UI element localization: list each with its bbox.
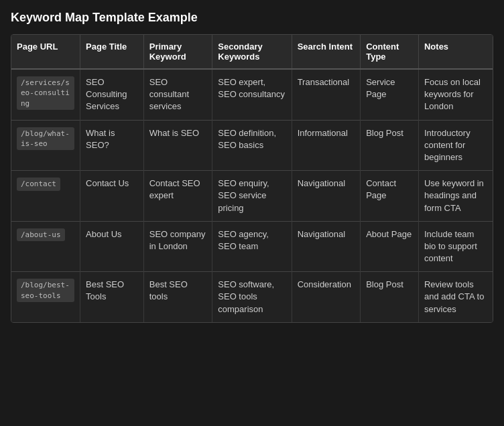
header-content-type: Content Type [361,35,419,69]
cell-page-url: /blog/best-seo-tools [11,272,80,322]
cell-content-type: Blog Post [361,120,419,171]
cell-page-url: /about-us [11,221,80,272]
cell-notes: Review tools and add CTA to services [418,272,493,322]
cell-page-title: SEO Consulting Services [80,69,144,120]
cell-notes: Introductory content for beginners [418,120,493,171]
cell-secondary-keywords: SEO expert, SEO consultancy [212,69,292,120]
table-row: /blog/what-is-seoWhat is SEO?What is SEO… [11,120,493,171]
cell-secondary-keywords: SEO agency, SEO team [212,221,292,272]
table-row: /about-usAbout UsSEO company in LondonSE… [11,221,493,272]
table-row: /services/seo-consultingSEO Consulting S… [11,69,493,120]
cell-page-url: /services/seo-consulting [11,69,80,120]
cell-page-title: Contact Us [80,171,144,222]
cell-page-url: /contact [11,171,80,222]
cell-content-type: Service Page [361,69,419,120]
cell-page-title: What is SEO? [80,120,144,171]
cell-secondary-keywords: SEO software, SEO tools comparison [212,272,292,322]
url-badge: /contact [17,178,60,190]
cell-secondary-keywords: SEO definition, SEO basics [212,120,292,171]
cell-notes: Use keyword in headings and form CTA [418,171,493,222]
cell-page-url: /blog/what-is-seo [11,120,80,171]
cell-primary-keyword: SEO consultant services [143,69,212,120]
url-badge: /blog/what-is-seo [17,127,74,151]
cell-content-type: Blog Post [361,272,419,322]
page-title: Keyword Map Template Example [11,11,493,25]
header-search-intent: Search Intent [292,35,361,69]
header-notes: Notes [418,35,493,69]
cell-primary-keyword: Best SEO tools [143,272,212,322]
cell-search-intent: Transactional [292,69,361,120]
table-row: /contactContact UsContact SEO expertSEO … [11,171,493,222]
header-page-url: Page URL [11,35,80,69]
header-secondary-keywords: Secondary Keywords [212,35,292,69]
cell-notes: Focus on local keywords for London [418,69,493,120]
keyword-map-table: Page URL Page Title Primary Keyword Seco… [11,34,493,323]
cell-search-intent: Navigational [292,221,361,272]
cell-secondary-keywords: SEO enquiry, SEO service pricing [212,171,292,222]
cell-content-type: Contact Page [361,171,419,222]
cell-search-intent: Navigational [292,171,361,222]
cell-primary-keyword: What is SEO [143,120,212,171]
table-row: /blog/best-seo-toolsBest SEO ToolsBest S… [11,272,493,322]
url-badge: /blog/best-seo-tools [17,279,74,302]
url-badge: /services/seo-consulting [17,76,74,110]
cell-content-type: About Page [361,221,419,272]
header-page-title: Page Title [80,35,144,69]
cell-notes: Include team bio to support content [418,221,493,272]
cell-search-intent: Informational [292,120,361,171]
cell-primary-keyword: SEO company in London [143,221,212,272]
header-primary-keyword: Primary Keyword [143,35,212,69]
cell-page-title: Best SEO Tools [80,272,144,322]
cell-primary-keyword: Contact SEO expert [143,171,212,222]
cell-page-title: About Us [80,221,144,272]
url-badge: /about-us [17,228,65,241]
cell-search-intent: Consideration [292,272,361,322]
table-header-row: Page URL Page Title Primary Keyword Seco… [11,35,493,69]
